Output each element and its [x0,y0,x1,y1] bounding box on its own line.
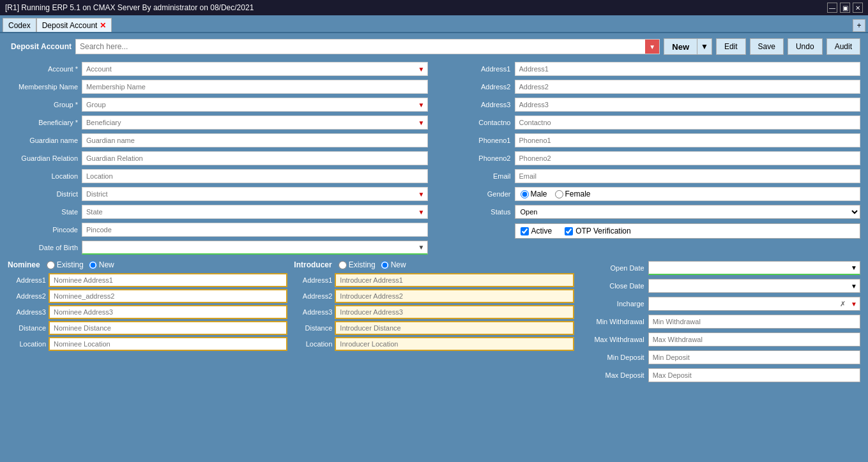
pincode-label: Pincode [8,226,78,234]
account-dropdown-arrow[interactable]: ▼ [416,66,427,73]
introducer-address3-input[interactable] [335,305,574,319]
open-date-row: Open Date 12/8/2021 ▼ [581,260,860,276]
group-row: Group * ▼ [8,97,428,112]
open-date-label: Open Date [581,264,644,272]
save-button[interactable]: Save [750,38,784,55]
nominee-new-option[interactable]: New [89,260,114,269]
min-withdrawal-input[interactable] [648,315,860,329]
phoneno1-input[interactable] [515,133,861,147]
email-input[interactable] [515,169,861,183]
active-checkbox[interactable] [521,227,529,235]
phoneno2-label: Phoneno2 [441,154,511,162]
status-select[interactable]: Open Closed [515,205,861,219]
nominee-existing-radio[interactable] [47,261,55,269]
introducer-address3-label: Address3 [294,308,332,316]
edit-button[interactable]: Edit [716,38,746,55]
close-date-input[interactable]: 12/8/2021 [649,281,848,291]
audit-button[interactable]: Audit [826,38,860,55]
gender-female-radio[interactable] [555,190,563,198]
pincode-row: Pincode [8,222,428,237]
group-input[interactable] [82,100,416,110]
account-input-wrap: ▼ [82,62,428,76]
gender-male-option[interactable]: Male [521,190,547,198]
address1-input[interactable] [515,62,861,76]
district-dropdown-arrow[interactable]: ▼ [416,191,427,198]
form-area: Account * ▼ Membership Name Group * ▼ Be… [8,61,860,255]
dob-input[interactable]: 12/8/2021 [82,242,416,253]
beneficiary-input[interactable] [82,117,416,128]
location-input[interactable] [82,169,428,183]
new-dropdown-arrow[interactable]: ▼ [697,38,712,55]
search-input[interactable] [76,41,645,52]
membership-input[interactable] [82,80,428,94]
group-dropdown-arrow[interactable]: ▼ [416,101,427,108]
beneficiary-dropdown-arrow[interactable]: ▼ [416,119,427,126]
contactno-input[interactable] [515,116,861,130]
close-date-dropdown[interactable]: ▼ [848,283,860,290]
incharge-input[interactable]: administrator [649,299,837,309]
max-withdrawal-input[interactable] [648,332,860,346]
guardian-relation-input[interactable] [82,151,428,165]
active-option[interactable]: Active [521,227,552,235]
undo-button[interactable]: Undo [788,38,823,55]
address2-input[interactable] [515,80,861,94]
introducer-address2-row: Address2 [294,289,574,303]
introducer-new-radio[interactable] [381,261,389,269]
location-label: Location [8,172,78,180]
state-dropdown-arrow[interactable]: ▼ [416,209,427,216]
restore-button[interactable]: ▣ [840,3,850,13]
tab-deposit-account-close[interactable]: ✕ [100,21,106,30]
district-input[interactable] [82,189,416,199]
nominee-existing-option[interactable]: Existing [47,260,84,269]
introducer-distance-input[interactable] [335,321,574,335]
introducer-address2-input[interactable] [335,289,574,303]
close-date-wrap: 12/8/2021 ▼ [648,279,860,293]
search-dropdown-button[interactable]: ▼ [645,40,659,54]
account-row: Account * ▼ [8,61,428,77]
incharge-clear-button[interactable]: ✗ [837,300,848,308]
search-input-wrap: ▼ [75,39,660,54]
close-button[interactable]: ✕ [853,3,863,13]
tab-deposit-account[interactable]: Deposit Account ✕ [36,18,112,32]
nominee-address1-input[interactable] [49,273,287,287]
dob-dropdown-button[interactable]: ▼ [416,244,427,251]
status-row: Status Open Closed [441,204,861,220]
new-button[interactable]: New [664,38,697,55]
tab-codex[interactable]: Codex [3,18,36,32]
introducer-existing-radio[interactable] [339,261,347,269]
nominee-address2-input[interactable] [49,289,287,303]
state-input[interactable] [82,207,416,217]
otp-option[interactable]: OTP Verification [565,227,630,235]
max-deposit-input[interactable] [648,368,860,382]
introducer-distance-row: Distance [294,321,574,335]
dob-label: Date of Birth [8,244,78,251]
nominee-distance-input[interactable] [49,321,287,335]
nominee-new-radio[interactable] [89,261,97,269]
contactno-label: Contactno [441,119,511,126]
address3-input[interactable] [515,98,861,112]
open-date-input[interactable]: 12/8/2021 [649,263,848,273]
min-deposit-row: Min Deposit [581,350,860,365]
introducer-address1-input[interactable] [335,273,574,287]
nominee-address3-input[interactable] [49,305,287,319]
incharge-dropdown-arrow[interactable]: ▼ [848,301,860,308]
account-input[interactable] [82,64,416,74]
introducer-location-input[interactable] [335,337,574,351]
open-date-dropdown[interactable]: ▼ [848,264,860,271]
beneficiary-input-wrap: ▼ [82,116,428,130]
phoneno2-input[interactable] [515,151,861,165]
pincode-input[interactable] [82,223,428,237]
gender-female-option[interactable]: Female [555,190,591,198]
nominee-location-input[interactable] [49,337,287,351]
otp-checkbox[interactable] [565,227,573,235]
minimize-button[interactable]: — [827,3,837,13]
add-tab-button[interactable]: + [853,19,865,32]
group-label: Group * [8,101,78,108]
guardian-name-input[interactable] [82,133,428,147]
introducer-existing-option[interactable]: Existing [339,260,376,269]
phoneno2-row: Phoneno2 [441,151,861,166]
introducer-section-header: Introducer Existing New [294,260,574,269]
introducer-new-option[interactable]: New [381,260,406,269]
gender-male-radio[interactable] [521,190,529,198]
min-deposit-input[interactable] [648,350,860,364]
